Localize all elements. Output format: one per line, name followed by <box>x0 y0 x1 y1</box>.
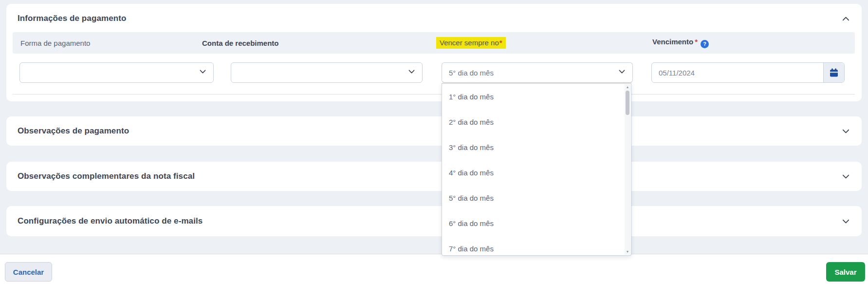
invoice-notes-section[interactable]: Observações complementares da nota fisca… <box>6 162 862 191</box>
chevron-down-icon <box>841 217 850 226</box>
payment-info-section: Informações de pagamento Forma de pagame… <box>6 4 862 101</box>
due-date-label: Vencimento*? <box>652 38 709 48</box>
receiving-account-select[interactable] <box>231 62 423 83</box>
due-date-field <box>651 62 845 83</box>
dropdown-option[interactable]: 6° dia do mês <box>442 210 631 236</box>
payment-notes-title: Observações de pagamento <box>18 126 129 136</box>
expand-section-button[interactable] <box>840 171 851 182</box>
dropdown-option[interactable]: 4° dia do mês <box>442 160 631 185</box>
due-day-selected-value: 5° dia do mês <box>442 69 494 77</box>
expand-section-button[interactable] <box>840 216 851 227</box>
payment-notes-section[interactable]: Observações de pagamento <box>6 116 862 146</box>
calendar-icon <box>829 68 839 77</box>
payment-info-title: Informações de pagamento <box>18 14 126 23</box>
payment-method-select[interactable] <box>19 62 214 83</box>
dropdown-option[interactable]: 3° dia do mês <box>442 134 631 160</box>
form-divider <box>13 94 855 95</box>
scrollbar-thumb[interactable] <box>626 91 629 115</box>
due-day-dropdown-panel: 1° dia do mês 2° dia do mês 3° dia do mê… <box>442 83 631 256</box>
footer-bar: Cancelar Salvar <box>0 254 868 284</box>
chevron-down-icon <box>841 172 850 181</box>
field-labels-row: Forma de pagamento Conta de recebimento … <box>13 32 855 54</box>
save-button[interactable]: Salvar <box>826 262 865 282</box>
invoice-notes-title: Observações complementares da nota fisca… <box>18 171 195 181</box>
payment-method-label: Forma de pagamento <box>20 39 90 47</box>
collapse-section-button[interactable] <box>840 13 851 24</box>
chevron-up-icon <box>841 14 850 23</box>
scroll-down-arrow-icon[interactable]: ▼ <box>625 249 630 255</box>
help-icon[interactable]: ? <box>701 40 709 48</box>
chevron-down-icon <box>618 68 626 78</box>
dropdown-option[interactable]: 5° dia do mês <box>442 185 631 210</box>
dropdown-scrollbar[interactable]: ▲ ▼ <box>625 84 630 255</box>
scroll-up-arrow-icon[interactable]: ▲ <box>625 84 630 90</box>
due-day-label: Vencer sempre no* <box>436 37 506 49</box>
chevron-down-icon <box>841 127 850 136</box>
expand-section-button[interactable] <box>840 126 851 136</box>
email-settings-section[interactable]: Configurações de envio automático de e-m… <box>6 206 862 236</box>
dropdown-option[interactable]: 2° dia do mês <box>442 109 631 134</box>
email-settings-title: Configurações de envio automático de e-m… <box>18 216 203 226</box>
chevron-down-icon <box>407 68 416 78</box>
dropdown-option[interactable]: 7° dia do mês <box>442 236 631 256</box>
due-day-select[interactable]: 5° dia do mês <box>442 62 633 83</box>
dropdown-option[interactable]: 1° dia do mês <box>442 84 631 109</box>
chevron-down-icon <box>199 68 207 78</box>
due-date-input[interactable] <box>652 63 823 82</box>
calendar-button[interactable] <box>823 63 844 82</box>
required-asterisk: * <box>499 38 502 47</box>
required-asterisk: * <box>695 38 698 46</box>
cancel-button[interactable]: Cancelar <box>5 262 52 282</box>
receiving-account-label: Conta de recebimento <box>202 39 279 47</box>
due-day-label-highlight: Vencer sempre no* <box>436 37 506 49</box>
